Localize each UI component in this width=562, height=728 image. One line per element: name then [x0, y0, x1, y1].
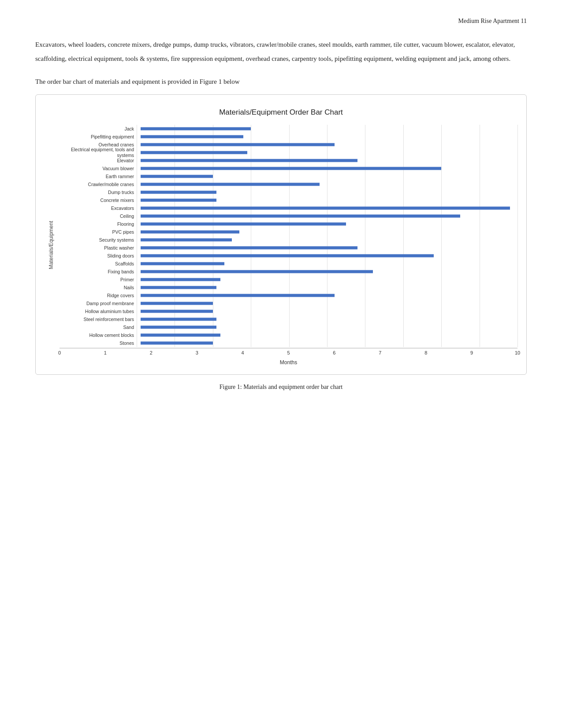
- row-label: Excavators: [60, 204, 134, 212]
- x-tick: 8: [424, 350, 427, 355]
- x-tick: 7: [379, 350, 381, 355]
- x-tick: 9: [470, 350, 473, 355]
- bar-row: [137, 141, 517, 149]
- bar: [141, 278, 220, 281]
- bar-row: [137, 228, 517, 236]
- bar: [141, 302, 213, 305]
- bar: [141, 199, 217, 202]
- row-label: Plastic washer: [60, 244, 134, 252]
- x-tick: 6: [333, 350, 335, 355]
- bar-row: [137, 252, 517, 260]
- row-label: Elevator: [60, 157, 134, 164]
- row-label: Earth rammer: [60, 172, 134, 180]
- bar: [141, 191, 217, 194]
- bar: [141, 151, 247, 154]
- bar-row: [137, 236, 517, 244]
- row-label: Vacuum blower: [60, 164, 134, 172]
- row-label: Primer: [60, 276, 134, 284]
- bar-row: [137, 323, 517, 331]
- row-label: Damp proof membrane: [60, 299, 134, 307]
- row-label: Flooring: [60, 220, 134, 228]
- bar-row: [137, 260, 517, 268]
- bar: [141, 294, 335, 297]
- bar: [141, 231, 240, 234]
- row-label: Sliding doors: [60, 252, 134, 260]
- figure-caption: Figure 1: Materials and equipment order …: [35, 384, 527, 391]
- grid-line: [517, 125, 518, 347]
- bar-row: [137, 196, 517, 204]
- chart-intro: The order bar chart of materials and equ…: [35, 78, 527, 86]
- row-label: Nails: [60, 284, 134, 291]
- bar-row: [137, 212, 517, 220]
- chart-area: Materials/Equipment JackPipefitting equi…: [45, 125, 517, 366]
- page-title: Medium Rise Apartment 11: [458, 18, 527, 24]
- bar-row: [137, 315, 517, 323]
- row-label: Stones: [60, 339, 134, 347]
- bar-row: [137, 149, 517, 157]
- bar-row: [137, 284, 517, 291]
- row-label: Security systems: [60, 236, 134, 244]
- x-tick: 2: [150, 350, 153, 355]
- x-tick: 3: [196, 350, 198, 355]
- bar: [141, 135, 243, 138]
- row-label: Pipefitting equipment: [60, 133, 134, 141]
- row-label: Crawler/mobile cranes: [60, 180, 134, 188]
- bar-row: [137, 220, 517, 228]
- bar: [141, 175, 213, 178]
- bar: [141, 318, 217, 321]
- row-label: Hollow aluminium tubes: [60, 307, 134, 315]
- bar: [141, 334, 220, 337]
- x-tick: 5: [287, 350, 290, 355]
- bar-row: [137, 180, 517, 188]
- row-label: Electrical equipment, tools and systems: [60, 149, 134, 157]
- bar-row: [137, 188, 517, 196]
- bar: [141, 143, 335, 146]
- bar-row: [137, 276, 517, 284]
- y-axis-label-container: Materials/Equipment: [45, 125, 58, 366]
- chart-rows: JackPipefitting equipmentOverhead cranes…: [60, 125, 517, 347]
- bar-row: [137, 268, 517, 276]
- row-labels: JackPipefitting equipmentOverhead cranes…: [60, 125, 137, 347]
- bar: [141, 262, 224, 265]
- bar-row: [137, 172, 517, 180]
- bar-row: [137, 339, 517, 347]
- row-label: Dump trucks: [60, 188, 134, 196]
- bars-and-grid: [137, 125, 517, 347]
- bar: [141, 159, 357, 162]
- bar: [141, 254, 434, 258]
- bar: [141, 239, 232, 242]
- bar: [141, 342, 213, 345]
- x-tick: 10: [515, 350, 520, 355]
- bar: [141, 286, 217, 289]
- page-header: Medium Rise Apartment 11: [35, 18, 527, 25]
- bar: [141, 326, 217, 329]
- bar-row: [137, 331, 517, 339]
- y-axis-label: Materials/Equipment: [48, 221, 54, 269]
- bar: [141, 183, 320, 186]
- bar: [141, 270, 373, 273]
- bar-row: [137, 299, 517, 307]
- bar: [141, 246, 357, 250]
- row-label: Scaffolds: [60, 260, 134, 268]
- x-axis: 012345678910: [60, 348, 517, 357]
- x-tick: 1: [104, 350, 107, 355]
- intro-text: Excavators, wheel loaders, concrete mixe…: [35, 41, 515, 62]
- x-tick: 4: [242, 350, 244, 355]
- bar-row: [137, 307, 517, 315]
- row-label: Jack: [60, 125, 134, 133]
- row-label: PVC pipes: [60, 228, 134, 236]
- bar-row: [137, 157, 517, 164]
- bar: [141, 167, 442, 170]
- row-label: Concrete mixers: [60, 196, 134, 204]
- bar: [141, 127, 251, 131]
- row-label: Sand: [60, 323, 134, 331]
- x-tick: 0: [58, 350, 61, 355]
- bar: [141, 223, 346, 226]
- bar: [141, 207, 510, 210]
- bar-row: [137, 133, 517, 141]
- intro-paragraph: Excavators, wheel loaders, concrete mixe…: [35, 38, 527, 66]
- x-axis-title: Months: [60, 359, 517, 366]
- chart-body: JackPipefitting equipmentOverhead cranes…: [60, 125, 517, 366]
- bar-row: [137, 244, 517, 252]
- bar: [141, 310, 213, 313]
